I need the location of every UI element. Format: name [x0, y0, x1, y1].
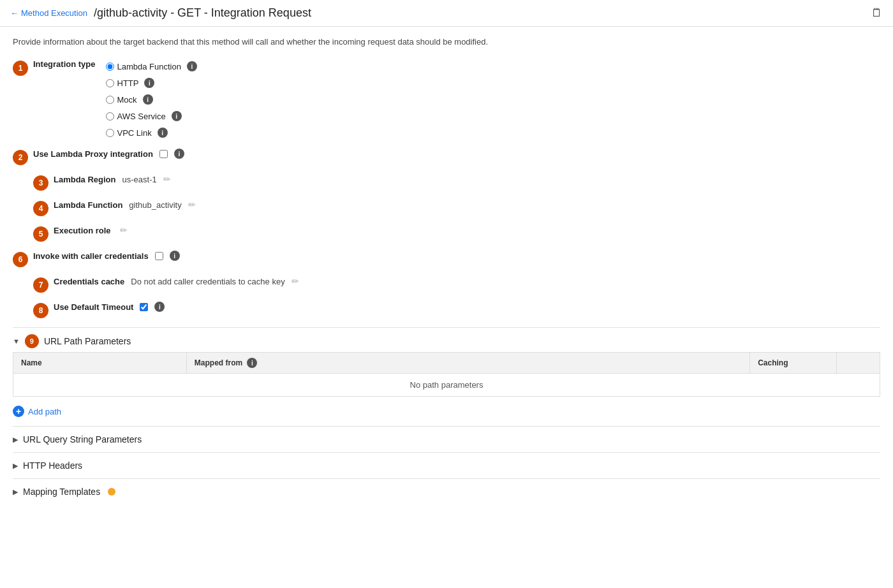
step2-content: Use Lambda Proxy integration i: [33, 149, 184, 159]
option-vpc: VPC Link i: [106, 126, 197, 140]
label-mock[interactable]: Mock: [117, 95, 137, 105]
mapping-warning-dot: [108, 488, 115, 496]
add-path-label: Add path: [28, 407, 61, 416]
step8-label: Use Default Timeout: [54, 302, 133, 312]
col-name-label: Name: [21, 358, 42, 367]
url-path-params-header[interactable]: ▼ 9 URL Path Parameters: [13, 327, 880, 352]
http-headers-section[interactable]: ▶ HTTP Headers: [13, 452, 880, 478]
step5-row: 5 Execution role ✏: [33, 225, 880, 242]
col-header-name: Name: [13, 353, 187, 374]
step4-value: github_activity: [129, 200, 181, 210]
mapping-templates-label: Mapping Templates: [23, 487, 100, 497]
label-vpc[interactable]: VPC Link: [117, 128, 152, 138]
step3-content: Lambda Region us-east-1 ✏: [54, 174, 171, 184]
info-timeout[interactable]: i: [154, 302, 165, 312]
step4-badge: 4: [33, 201, 48, 216]
option-mock: Mock i: [106, 92, 197, 107]
step1-badge: 1: [13, 61, 28, 76]
info-vpc[interactable]: i: [158, 128, 168, 138]
option-http: HTTP i: [106, 76, 197, 90]
mapping-chevron: ▶: [13, 488, 18, 496]
step7-content: Credentials cache Do not add caller cred…: [54, 276, 299, 286]
radio-vpc[interactable]: [106, 129, 114, 137]
col-header-mapped: Mapped from i: [186, 353, 749, 374]
radio-mock[interactable]: [106, 96, 114, 104]
step4-label: Lambda Function: [54, 200, 122, 210]
radio-lambda[interactable]: [106, 62, 114, 71]
back-arrow: ←: [10, 8, 18, 18]
info-caller[interactable]: i: [170, 251, 180, 261]
step6-label: Invoke with caller credentials: [33, 251, 149, 261]
step4-row: 4 Lambda Function github_activity ✏: [33, 200, 880, 216]
step4-content: Lambda Function github_activity ✏: [54, 200, 196, 210]
caller-credentials-checkbox[interactable]: [155, 252, 163, 260]
step5-badge: 5: [33, 226, 48, 242]
proxy-checkbox[interactable]: [159, 150, 168, 158]
step2-badge: 2: [13, 150, 28, 165]
step2-row: 2 Use Lambda Proxy integration i: [13, 149, 880, 165]
step6-content: Invoke with caller credentials i: [33, 251, 180, 261]
radio-http[interactable]: [106, 79, 114, 87]
url-path-params-section: ▼ 9 URL Path Parameters Name Mapped from…: [13, 327, 880, 426]
step9-badge: 9: [25, 334, 39, 348]
step1-row: 1 Integration type Lambda Function i HTT…: [13, 59, 880, 140]
info-mock[interactable]: i: [143, 94, 153, 105]
back-link[interactable]: ← Method Execution: [10, 8, 87, 18]
step3-badge: 3: [33, 175, 48, 191]
info-proxy[interactable]: i: [174, 149, 184, 159]
default-timeout-checkbox[interactable]: [140, 303, 148, 311]
step6-badge: 6: [13, 252, 28, 267]
http-headers-label: HTTP Headers: [23, 460, 82, 471]
col-mapped-label: Mapped from: [195, 358, 242, 367]
empty-row: No path parameters: [13, 374, 880, 397]
notebook-icon: 🗒: [871, 6, 883, 20]
empty-message: No path parameters: [13, 374, 880, 397]
mapping-templates-section[interactable]: ▶ Mapping Templates: [13, 478, 880, 504]
headers-chevron: ▶: [13, 462, 18, 470]
step3-value: us-east-1: [122, 175, 157, 184]
col-header-caching: Caching: [750, 353, 837, 374]
back-link-label: Method Execution: [21, 8, 87, 18]
page-description: Provide information about the target bac…: [13, 37, 880, 47]
label-http[interactable]: HTTP: [117, 78, 139, 88]
step1-label: Integration type: [33, 59, 96, 69]
integration-type-options: Lambda Function i HTTP i Mock i AWS Serv…: [106, 59, 197, 140]
step8-content: Use Default Timeout i: [54, 302, 165, 312]
step5-label: Execution role: [54, 226, 111, 235]
col-header-actions: [837, 353, 880, 374]
main-content: Provide information about the target bac…: [0, 27, 893, 515]
label-aws[interactable]: AWS Service: [117, 112, 166, 121]
step8-badge: 8: [33, 303, 48, 318]
info-lambda[interactable]: i: [187, 61, 197, 71]
option-lambda: Lambda Function i: [106, 59, 197, 73]
edit-region-icon[interactable]: ✏: [163, 174, 171, 184]
url-query-params-label: URL Query String Parameters: [23, 434, 142, 445]
url-query-params-section[interactable]: ▶ URL Query String Parameters: [13, 426, 880, 452]
edit-role-icon[interactable]: ✏: [120, 225, 128, 235]
col-caching-label: Caching: [758, 358, 788, 367]
url-path-params-label: URL Path Parameters: [44, 336, 131, 346]
label-lambda[interactable]: Lambda Function: [117, 62, 181, 71]
info-aws[interactable]: i: [172, 111, 182, 121]
info-http[interactable]: i: [144, 78, 154, 88]
step7-label: Credentials cache: [54, 277, 124, 286]
edit-cache-icon[interactable]: ✏: [292, 276, 299, 286]
step2-label: Use Lambda Proxy integration: [33, 149, 153, 159]
step7-badge: 7: [33, 277, 48, 293]
page-title: /github-activity - GET - Integration Req…: [94, 6, 311, 20]
radio-aws[interactable]: [106, 112, 114, 121]
url-path-chevron: ▼: [13, 337, 20, 345]
add-path-icon: +: [13, 406, 24, 417]
step8-row: 8 Use Default Timeout i: [33, 302, 880, 318]
option-aws: AWS Service i: [106, 109, 197, 123]
step7-row: 7 Credentials cache Do not add caller cr…: [33, 276, 880, 293]
step5-content: Execution role ✏: [54, 225, 128, 235]
path-params-table: Name Mapped from i Caching No path param…: [13, 352, 880, 397]
add-path-link[interactable]: + Add path: [13, 399, 880, 423]
info-mapped[interactable]: i: [247, 358, 257, 368]
step6-row: 6 Invoke with caller credentials i: [13, 251, 880, 267]
query-chevron: ▶: [13, 436, 18, 444]
step3-row: 3 Lambda Region us-east-1 ✏: [33, 174, 880, 191]
edit-function-icon[interactable]: ✏: [188, 200, 196, 210]
step3-label: Lambda Region: [54, 175, 116, 184]
